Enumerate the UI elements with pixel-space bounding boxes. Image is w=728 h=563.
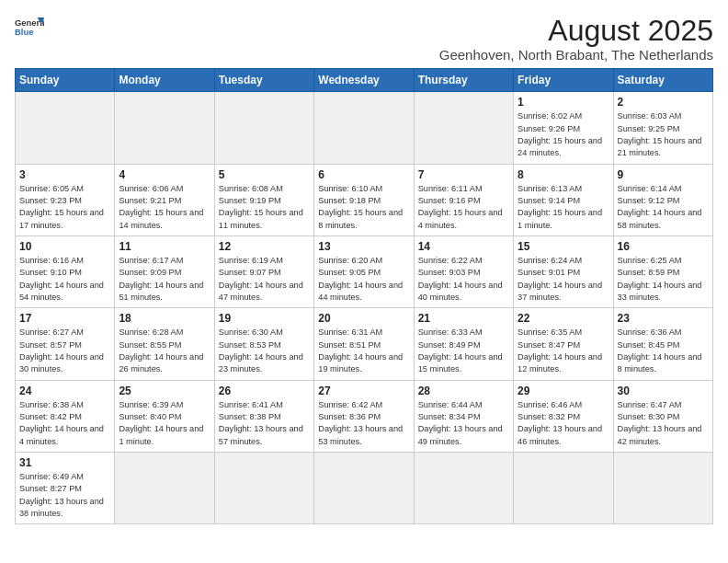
day-sun-info: Sunrise: 6:08 AMSunset: 9:19 PMDaylight:… (219, 183, 310, 232)
calendar-cell: 4Sunrise: 6:06 AMSunset: 9:21 PMDaylight… (115, 164, 214, 236)
calendar-table: SundayMondayTuesdayWednesdayThursdayFrid… (15, 68, 713, 524)
day-sun-info: Sunrise: 6:36 AMSunset: 8:45 PMDaylight:… (618, 327, 709, 375)
month-year-title: August 2025 (439, 15, 713, 47)
calendar-cell: 17Sunrise: 6:27 AMSunset: 8:57 PMDayligh… (16, 308, 115, 380)
day-number: 11 (119, 240, 210, 253)
day-number: 14 (418, 240, 509, 253)
day-sun-info: Sunrise: 6:39 AMSunset: 8:40 PMDaylight:… (119, 399, 210, 448)
week-row-5: 31Sunrise: 6:49 AMSunset: 8:27 PMDayligh… (16, 453, 713, 524)
day-number: 8 (518, 168, 609, 181)
day-number: 26 (219, 385, 310, 397)
day-number: 30 (618, 385, 709, 397)
day-sun-info: Sunrise: 6:20 AMSunset: 9:05 PMDaylight:… (318, 255, 409, 304)
col-header-monday: Monday (115, 69, 214, 92)
calendar-cell: 14Sunrise: 6:22 AMSunset: 9:03 PMDayligh… (414, 236, 513, 307)
calendar-cell: 28Sunrise: 6:44 AMSunset: 8:34 PMDayligh… (414, 380, 513, 452)
calendar-cell: 18Sunrise: 6:28 AMSunset: 8:55 PMDayligh… (115, 308, 214, 380)
day-sun-info: Sunrise: 6:17 AMSunset: 9:09 PMDaylight:… (119, 255, 210, 304)
day-sun-info: Sunrise: 6:16 AMSunset: 9:10 PMDaylight:… (19, 255, 110, 304)
day-number: 25 (119, 385, 210, 397)
col-header-wednesday: Wednesday (314, 69, 414, 92)
calendar-cell (314, 92, 414, 164)
calendar-cell: 23Sunrise: 6:36 AMSunset: 8:45 PMDayligh… (613, 308, 712, 380)
day-number: 21 (418, 312, 509, 325)
calendar-cell: 21Sunrise: 6:33 AMSunset: 8:49 PMDayligh… (414, 308, 513, 380)
calendar-cell: 7Sunrise: 6:11 AMSunset: 9:16 PMDaylight… (414, 164, 513, 236)
location-subtitle: Geenhoven, North Brabant, The Netherland… (439, 47, 713, 63)
day-sun-info: Sunrise: 6:28 AMSunset: 8:55 PMDaylight:… (119, 327, 210, 375)
day-number: 27 (318, 385, 409, 397)
days-header-row: SundayMondayTuesdayWednesdayThursdayFrid… (16, 69, 713, 92)
day-sun-info: Sunrise: 6:49 AMSunset: 8:27 PMDaylight:… (19, 471, 110, 520)
day-number: 20 (318, 312, 409, 325)
day-number: 7 (418, 168, 509, 181)
day-number: 1 (518, 96, 609, 109)
calendar-cell: 19Sunrise: 6:30 AMSunset: 8:53 PMDayligh… (214, 308, 313, 380)
day-number: 29 (518, 385, 609, 397)
calendar-cell: 22Sunrise: 6:35 AMSunset: 8:47 PMDayligh… (514, 308, 613, 380)
day-sun-info: Sunrise: 6:27 AMSunset: 8:57 PMDaylight:… (19, 327, 110, 375)
calendar-cell (613, 453, 712, 524)
col-header-friday: Friday (514, 69, 613, 92)
day-number: 12 (219, 240, 310, 253)
col-header-sunday: Sunday (16, 69, 115, 92)
calendar-cell (514, 453, 613, 524)
calendar-cell: 5Sunrise: 6:08 AMSunset: 9:19 PMDaylight… (214, 164, 313, 236)
calendar-cell (414, 92, 513, 164)
day-number: 18 (119, 312, 210, 325)
calendar-cell: 20Sunrise: 6:31 AMSunset: 8:51 PMDayligh… (314, 308, 414, 380)
col-header-saturday: Saturday (613, 69, 712, 92)
day-number: 28 (418, 385, 509, 397)
calendar-cell: 1Sunrise: 6:02 AMSunset: 9:26 PMDaylight… (514, 92, 613, 164)
day-number: 3 (19, 168, 110, 181)
calendar-cell: 30Sunrise: 6:47 AMSunset: 8:30 PMDayligh… (613, 380, 712, 452)
day-sun-info: Sunrise: 6:11 AMSunset: 9:16 PMDaylight:… (418, 183, 509, 232)
day-sun-info: Sunrise: 6:47 AMSunset: 8:30 PMDaylight:… (618, 399, 709, 448)
day-number: 16 (618, 240, 709, 253)
day-sun-info: Sunrise: 6:24 AMSunset: 9:01 PMDaylight:… (518, 255, 609, 304)
day-sun-info: Sunrise: 6:33 AMSunset: 8:49 PMDaylight:… (418, 327, 509, 375)
week-row-4: 24Sunrise: 6:38 AMSunset: 8:42 PMDayligh… (16, 380, 713, 452)
day-number: 9 (618, 168, 709, 181)
calendar-cell: 27Sunrise: 6:42 AMSunset: 8:36 PMDayligh… (314, 380, 414, 452)
day-sun-info: Sunrise: 6:03 AMSunset: 9:25 PMDaylight:… (618, 110, 709, 159)
day-sun-info: Sunrise: 6:13 AMSunset: 9:14 PMDaylight:… (518, 183, 609, 232)
header: General Blue August 2025 Geenhoven, Nort… (15, 15, 713, 63)
day-sun-info: Sunrise: 6:46 AMSunset: 8:32 PMDaylight:… (518, 399, 609, 448)
day-number: 19 (219, 312, 310, 325)
calendar-cell: 26Sunrise: 6:41 AMSunset: 8:38 PMDayligh… (214, 380, 313, 452)
calendar-cell: 6Sunrise: 6:10 AMSunset: 9:18 PMDaylight… (314, 164, 414, 236)
logo: General Blue (15, 15, 44, 40)
day-sun-info: Sunrise: 6:38 AMSunset: 8:42 PMDaylight:… (19, 399, 110, 448)
title-area: August 2025 Geenhoven, North Brabant, Th… (439, 15, 713, 63)
week-row-3: 17Sunrise: 6:27 AMSunset: 8:57 PMDayligh… (16, 308, 713, 380)
day-sun-info: Sunrise: 6:44 AMSunset: 8:34 PMDaylight:… (418, 399, 509, 448)
calendar-cell: 29Sunrise: 6:46 AMSunset: 8:32 PMDayligh… (514, 380, 613, 452)
calendar-cell: 9Sunrise: 6:14 AMSunset: 9:12 PMDaylight… (613, 164, 712, 236)
calendar-cell: 13Sunrise: 6:20 AMSunset: 9:05 PMDayligh… (314, 236, 414, 307)
day-number: 24 (19, 385, 110, 397)
day-number: 15 (518, 240, 609, 253)
day-number: 31 (19, 456, 110, 469)
day-number: 6 (318, 168, 409, 181)
week-row-1: 3Sunrise: 6:05 AMSunset: 9:23 PMDaylight… (16, 164, 713, 236)
col-header-tuesday: Tuesday (214, 69, 313, 92)
day-number: 2 (618, 96, 709, 109)
calendar-cell: 8Sunrise: 6:13 AMSunset: 9:14 PMDaylight… (514, 164, 613, 236)
svg-text:Blue: Blue (15, 27, 33, 37)
calendar-cell: 3Sunrise: 6:05 AMSunset: 9:23 PMDaylight… (16, 164, 115, 236)
calendar-cell (414, 453, 513, 524)
calendar-cell: 24Sunrise: 6:38 AMSunset: 8:42 PMDayligh… (16, 380, 115, 452)
calendar-cell (314, 453, 414, 524)
day-number: 4 (119, 168, 210, 181)
day-sun-info: Sunrise: 6:42 AMSunset: 8:36 PMDaylight:… (318, 399, 409, 448)
day-sun-info: Sunrise: 6:25 AMSunset: 8:59 PMDaylight:… (618, 255, 709, 304)
day-sun-info: Sunrise: 6:10 AMSunset: 9:18 PMDaylight:… (318, 183, 409, 232)
day-sun-info: Sunrise: 6:19 AMSunset: 9:07 PMDaylight:… (219, 255, 310, 304)
day-sun-info: Sunrise: 6:41 AMSunset: 8:38 PMDaylight:… (219, 399, 310, 448)
day-number: 10 (19, 240, 110, 253)
calendar-cell: 2Sunrise: 6:03 AMSunset: 9:25 PMDaylight… (613, 92, 712, 164)
calendar-cell (214, 92, 313, 164)
day-sun-info: Sunrise: 6:31 AMSunset: 8:51 PMDaylight:… (318, 327, 409, 375)
day-number: 23 (618, 312, 709, 325)
